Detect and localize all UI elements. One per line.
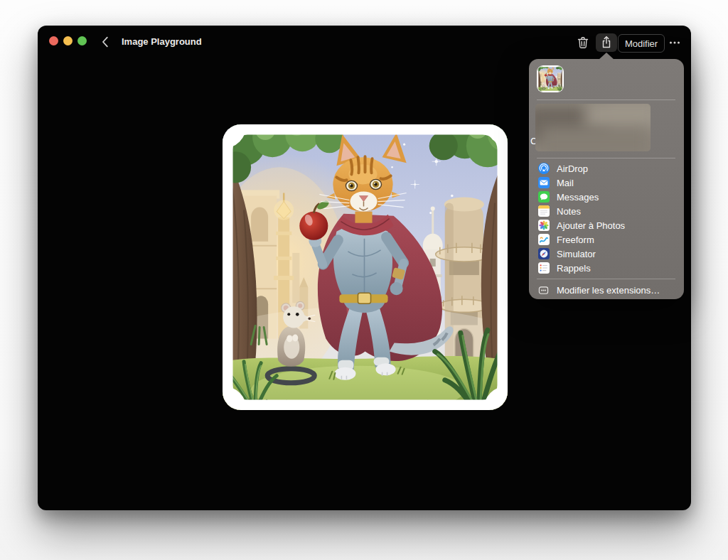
messages-icon (538, 191, 550, 203)
minimize-window-button[interactable] (63, 36, 73, 45)
share-item-label: Notes (557, 206, 581, 217)
share-item-label: AirDrop (557, 163, 588, 174)
simulator-icon (538, 248, 550, 259)
share-item-reminders[interactable]: Rappels (529, 261, 684, 275)
close-window-button[interactable] (49, 36, 58, 45)
edit-extensions-button[interactable]: Modifier les extensions… (529, 282, 684, 298)
share-item-airdrop[interactable]: AirDrop (529, 161, 684, 176)
share-item-label: Rappels (557, 263, 591, 274)
artwork-thumbnail-image (537, 66, 563, 92)
reminders-icon (538, 262, 550, 274)
generated-image-card[interactable] (223, 124, 508, 410)
delete-button[interactable] (574, 33, 592, 52)
share-item-messages[interactable]: Messages (529, 190, 684, 204)
share-button[interactable] (596, 33, 617, 52)
mail-icon (538, 177, 550, 188)
share-popover: C AirDrop Mail (529, 59, 684, 299)
cat-superhero-artwork (223, 124, 508, 410)
share-item-freeform[interactable]: Freeform (529, 232, 684, 247)
popover-divider (537, 99, 675, 100)
back-button[interactable] (99, 35, 113, 49)
share-icon (599, 36, 614, 50)
zoom-window-button[interactable] (77, 36, 87, 45)
share-destination-list: AirDrop Mail Messages Notes (529, 161, 684, 275)
share-item-label: Ajouter à Photos (557, 220, 625, 231)
photos-icon (538, 220, 550, 231)
share-item-add-to-photos[interactable]: Ajouter à Photos (529, 218, 684, 232)
more-options-button[interactable] (666, 33, 683, 52)
share-item-label: Simulator (557, 249, 596, 259)
modify-button[interactable]: Modifier (618, 34, 665, 53)
desktop-background: Image Playground Modifier C (0, 0, 728, 560)
share-item-label: Freeform (557, 235, 594, 245)
share-preview-thumbnail (537, 65, 564, 92)
share-item-notes[interactable]: Notes (529, 204, 684, 218)
trash-icon (576, 36, 590, 50)
airdrop-icon (538, 163, 550, 174)
chevron-left-icon (100, 36, 112, 48)
share-item-label: Mail (557, 178, 574, 188)
share-item-label: Messages (557, 192, 599, 203)
share-item-mail[interactable]: Mail (529, 176, 684, 190)
extensions-icon (538, 285, 549, 296)
popover-divider (537, 279, 675, 279)
ellipsis-icon (668, 36, 682, 50)
blur-blob (541, 126, 651, 151)
titlebar: Image Playground Modifier (38, 26, 691, 58)
share-item-simulator[interactable]: Simulator (529, 247, 684, 261)
freeform-icon (538, 234, 550, 245)
page-title: Image Playground (122, 36, 202, 47)
notes-icon (538, 205, 550, 217)
popover-divider (537, 158, 675, 158)
share-suggestions-redacted[interactable] (535, 104, 651, 151)
edit-extensions-label: Modifier les extensions… (557, 285, 660, 296)
